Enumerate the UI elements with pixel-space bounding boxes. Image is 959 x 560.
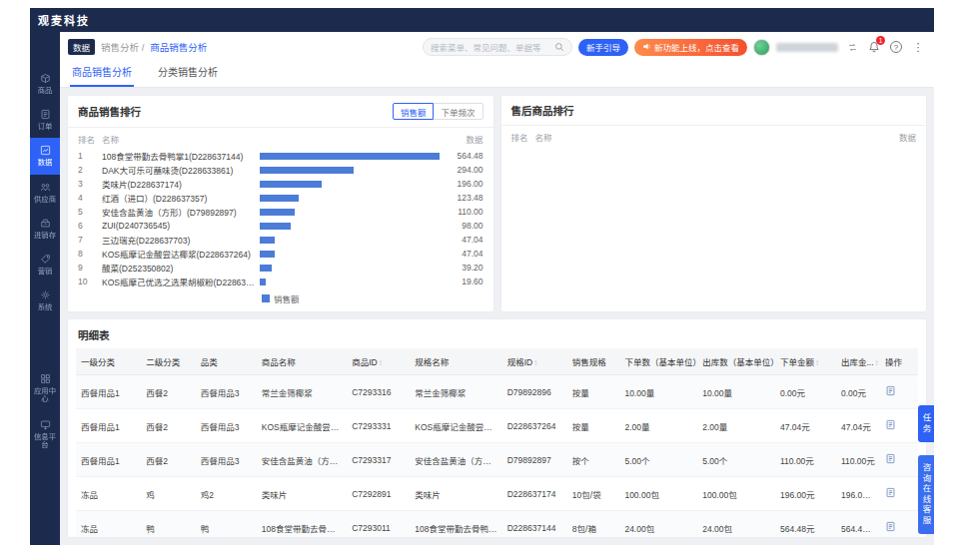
panel-title: 商品销售排行: [78, 104, 141, 119]
view-detail-icon[interactable]: [885, 385, 896, 396]
rank-product-name: 108食堂带勤去骨鸭掌1(D228637144): [102, 150, 260, 162]
search-input[interactable]: 搜索菜单、常见问题、单据等: [423, 38, 572, 56]
table-cell: 西餐用品1: [76, 443, 141, 477]
tab-product-sales-analysis[interactable]: 商品销售分析: [70, 64, 134, 87]
table-cell: 按个: [567, 443, 620, 477]
rank-value: 294.00: [440, 165, 483, 175]
sidebar-item-orders[interactable]: 订单: [30, 102, 60, 138]
guide-button[interactable]: 新手引导: [578, 39, 628, 56]
table-cell: 10.00量: [619, 375, 697, 409]
table-cell: 2.00量: [619, 409, 697, 443]
column-header[interactable]: 下单金额↕: [775, 348, 836, 375]
help-icon[interactable]: ?: [888, 39, 904, 55]
detail-table-wrap[interactable]: 一级分类二级分类品类商品名称商品ID↕规格名称规格ID↕销售规格下单数（基本单位…: [68, 348, 926, 537]
column-header: 二级分类: [141, 348, 196, 375]
rank-row: 10KOS瓶摩己优选之选果胡椒粉(D228634296)19.60: [78, 275, 483, 287]
breadcrumb: 销售分析 /: [101, 40, 144, 54]
rank-bar: [260, 279, 440, 285]
sort-icon[interactable]: ↕: [815, 358, 819, 367]
sidebar-item-goods[interactable]: 商品: [30, 66, 60, 102]
table-cell: 2.00量: [697, 409, 775, 443]
table-cell: D228637264: [502, 409, 567, 443]
table-cell: C7293316: [347, 375, 410, 409]
table-row: 冻品鸡鸡2类味片C7292891类味片D22863717410包/袋100.00…: [76, 477, 918, 511]
column-header: 规格名称: [410, 348, 501, 375]
sidebar-item-data[interactable]: 数据: [30, 138, 60, 174]
table-cell: 0.00元: [775, 375, 836, 409]
rank-bar: [260, 265, 440, 272]
table-cell: C7293011: [347, 511, 410, 538]
switch-icon[interactable]: [844, 39, 860, 55]
rank-number: 10: [78, 277, 102, 286]
table-cell: 鸡: [141, 477, 196, 511]
new-feature-button[interactable]: 新功能上线，点击查看: [634, 39, 747, 56]
sidebar-item-system[interactable]: 系统: [30, 282, 60, 318]
view-detail-icon[interactable]: [885, 521, 896, 532]
table-cell: 24.00包: [697, 511, 775, 538]
rank-bar: [260, 223, 440, 230]
app-window: 观麦科技 商品订单数据供应商进销存营销系统应用中心信息平台 数据 销售分析 / …: [30, 8, 934, 545]
column-header[interactable]: 出库数（基本单位）↕: [697, 348, 775, 375]
tab-category-sales-analysis[interactable]: 分类销售分析: [156, 64, 220, 87]
column-header[interactable]: 下单数（基本单位）↕: [619, 348, 697, 375]
column-header: 一级分类: [76, 348, 141, 375]
table-cell: 108食堂带勤去骨鸭掌1: [410, 511, 501, 538]
rank-bar: [260, 251, 440, 258]
rank-value: 110.00: [440, 207, 483, 217]
toggle-order-frequency[interactable]: 下单频次: [433, 103, 482, 120]
main-area: 数据 销售分析 / 商品销售分析 搜索菜单、常见问题、单据等 新手引导 新功能上…: [60, 32, 934, 545]
rank-table-header: 排名 名称 数据: [501, 126, 927, 146]
rank-bar: [260, 181, 440, 188]
notification-badge: 1: [876, 36, 885, 45]
rank-row: 1108食堂带勤去骨鸭掌1(D228637144)564.48: [78, 149, 483, 163]
more-menu-icon[interactable]: ⋮: [910, 39, 926, 55]
sort-icon[interactable]: ↕: [533, 358, 537, 367]
sidebar-item-label: 数据: [32, 159, 58, 167]
operation-cell: [880, 477, 918, 511]
table-cell: KOS瓶摩记金酸尝达椰浆: [410, 409, 501, 443]
sidebar-item-apps[interactable]: 应用中心: [30, 366, 60, 411]
table-cell: 110.00元: [836, 443, 880, 477]
operation-cell: [880, 375, 918, 409]
system-icon: [40, 289, 51, 300]
rank-number: 6: [78, 221, 102, 231]
column-header[interactable]: 出库金...↕: [836, 348, 880, 375]
rank-value: 123.48: [440, 193, 483, 203]
table-cell: 按量: [567, 409, 620, 443]
sidebar-item-label: 营销: [32, 267, 58, 275]
legend-swatch: [262, 294, 270, 302]
sort-icon[interactable]: ↕: [875, 358, 879, 367]
table-cell: D79892897: [502, 443, 567, 477]
view-detail-icon[interactable]: [885, 419, 896, 430]
search-placeholder: 搜索菜单、常见问题、单据等: [431, 41, 550, 53]
user-name-blurred[interactable]: [776, 43, 838, 52]
rank-bar: [260, 195, 440, 202]
sidebar-item-inventory[interactable]: 进销存: [30, 211, 60, 247]
view-detail-icon[interactable]: [885, 487, 896, 498]
platform-icon: [40, 419, 51, 430]
top-bar: 观麦科技: [30, 8, 934, 32]
column-header[interactable]: 商品ID↕: [347, 348, 410, 375]
rank-row: 4红酒（进口）(D228637357)123.48: [78, 191, 483, 205]
megaphone-icon: [642, 42, 651, 53]
sidebar-item-marketing[interactable]: 营销: [30, 247, 60, 282]
view-detail-icon[interactable]: [885, 453, 896, 464]
notification-bell-icon[interactable]: 1: [866, 39, 882, 55]
rank-value: 47.04: [440, 249, 483, 259]
task-float-tab[interactable]: 任务: [918, 405, 934, 442]
sort-icon[interactable]: ↕: [379, 358, 383, 367]
column-header[interactable]: 规格ID↕: [502, 348, 567, 375]
rank-row: 8KOS瓶摩记金酸尝达椰浆(D228637264)47.04: [78, 247, 483, 261]
rank-row: 6ZUI(D240736545)98.00: [78, 219, 483, 233]
rank-bar-chart: 1108食堂带勤去骨鸭掌1(D228637144)564.482DAK大可乐可蘸…: [68, 148, 493, 287]
avatar[interactable]: [753, 39, 770, 56]
sidebar-item-platform[interactable]: 信息平台: [30, 412, 60, 457]
new-feature-label: 新功能上线，点击查看: [654, 41, 739, 53]
toggle-sales-amount[interactable]: 销售额: [393, 103, 435, 120]
rank-number: 4: [78, 193, 102, 203]
table-cell: 西餐用品1: [76, 375, 141, 409]
rank-value: 98.00: [440, 221, 483, 231]
sidebar-item-supplier[interactable]: 供应商: [30, 175, 60, 211]
customer-service-float-tab[interactable]: 咨询在线客服: [918, 455, 934, 534]
table-cell: 24.00包: [619, 511, 697, 538]
